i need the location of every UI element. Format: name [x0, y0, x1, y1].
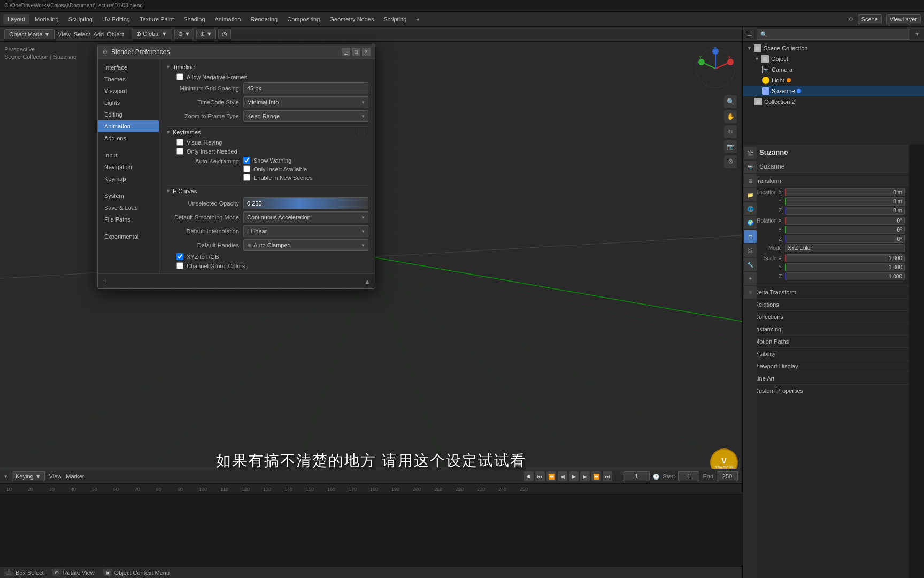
visual-keying-checkbox[interactable]: [176, 139, 183, 146]
menu-shading[interactable]: Shading: [179, 14, 209, 24]
dialog-maximize[interactable]: □: [352, 48, 360, 56]
engine-icon[interactable]: ⚙: [849, 16, 853, 22]
scroll-up-button[interactable]: ▲: [364, 278, 371, 285]
sidebar-item-viewport[interactable]: Viewport: [98, 85, 159, 97]
instancing-section[interactable]: ▶ Instancing: [742, 323, 909, 335]
tree-light[interactable]: Light: [743, 75, 924, 86]
timeline-tracks[interactable]: [0, 495, 742, 566]
keyframes-section-header[interactable]: ▼ Keyframes ⋮⋮: [166, 129, 368, 135]
props-tab-scene2[interactable]: 🌐: [744, 202, 757, 215]
playback-prev-keyframe-btn[interactable]: ◀: [558, 471, 567, 481]
menu-texture-paint[interactable]: Texture Paint: [135, 14, 178, 24]
rotation-z-field[interactable]: 0°: [785, 235, 905, 243]
custom-properties-section[interactable]: ▶ Custom Properties: [742, 384, 909, 397]
timeline-section-header[interactable]: ▼ Timeline: [166, 64, 368, 70]
relations-section[interactable]: ▶ Relations: [742, 298, 909, 310]
sidebar-item-interface[interactable]: Interface: [98, 62, 159, 73]
header-view[interactable]: View: [58, 31, 71, 37]
sidebar-item-input[interactable]: Input: [98, 149, 159, 161]
playback-next-keyframe-btn[interactable]: ▶: [580, 471, 590, 481]
sidebar-item-navigation[interactable]: Navigation: [98, 161, 159, 173]
unselected-opacity-slider[interactable]: 0.250: [243, 197, 368, 209]
props-tab-modifier[interactable]: 🔧: [744, 258, 757, 271]
sidebar-item-lights[interactable]: Lights: [98, 97, 159, 109]
props-tab-world[interactable]: 🌍: [744, 216, 757, 229]
menu-geometry-nodes[interactable]: Geometry Nodes: [325, 14, 378, 24]
props-tab-render[interactable]: 📷: [744, 161, 757, 173]
props-tab-output[interactable]: 🖥: [744, 174, 757, 187]
tree-scene-collection[interactable]: ▼ ▦ Scene Collection: [743, 43, 924, 54]
tree-camera[interactable]: 📷 Camera: [743, 64, 924, 75]
timecode-select[interactable]: Minimal Info ▼: [243, 96, 368, 108]
current-frame-field[interactable]: 1: [623, 471, 650, 481]
menu-uv-editing[interactable]: UV Editing: [98, 14, 134, 24]
zoom-in-icon[interactable]: 🔍: [724, 95, 737, 108]
rotate-icon[interactable]: ↻: [724, 125, 737, 138]
hamburger-menu[interactable]: ≡: [102, 277, 106, 286]
menu-rendering[interactable]: Rendering: [246, 14, 282, 24]
min-grid-value[interactable]: 45 px: [243, 82, 368, 94]
fcurves-section-header[interactable]: ▼ F-Curves: [166, 188, 368, 194]
scale-y-field[interactable]: 1.000: [785, 263, 905, 271]
playback-record-btn[interactable]: ⏺: [524, 471, 534, 481]
motion-paths-section[interactable]: ▶ Motion Paths: [742, 335, 909, 347]
visibility-section[interactable]: ▶ Visibility: [742, 347, 909, 360]
add-workspace-button[interactable]: +: [412, 14, 424, 24]
dialog-close[interactable]: ×: [362, 48, 371, 56]
sidebar-item-animation[interactable]: Animation: [98, 120, 159, 132]
menu-animation[interactable]: Animation: [211, 14, 245, 24]
sidebar-item-keymap[interactable]: Keymap: [98, 173, 159, 185]
proportional-button[interactable]: ◎: [218, 29, 231, 39]
view-settings-icon[interactable]: ⚙: [724, 155, 737, 168]
header-object[interactable]: Object: [107, 31, 124, 37]
tree-object[interactable]: ▼ ▦ Object: [743, 54, 924, 64]
viewport-display-section[interactable]: ▶ Viewport Display: [742, 360, 909, 372]
playback-next-frame-btn[interactable]: ⏩: [591, 471, 601, 481]
playback-play-btn[interactable]: ▶: [569, 471, 579, 481]
playback-prev-frame-btn[interactable]: ⏪: [546, 471, 556, 481]
move-icon[interactable]: ✋: [724, 110, 737, 123]
scale-z-field[interactable]: 1.000: [785, 272, 905, 280]
header-select[interactable]: Select: [74, 31, 90, 37]
transform-header[interactable]: ▼ Transform: [742, 176, 909, 186]
sidebar-item-experimental[interactable]: Experimental: [98, 231, 159, 242]
timeline-keying-label[interactable]: Keying ▼: [12, 471, 45, 481]
pivot-button[interactable]: ⊙ ▼: [174, 29, 194, 39]
props-tab-scene[interactable]: 🎬: [744, 147, 757, 159]
zoom-frame-select[interactable]: Keep Range ▼: [243, 110, 368, 122]
line-art-section[interactable]: ▶ Line Art: [742, 372, 909, 384]
playback-jump-start-btn[interactable]: ⏮: [535, 471, 545, 481]
menu-sculpting[interactable]: Sculpting: [64, 14, 97, 24]
context-menu-key[interactable]: ▣: [103, 569, 112, 576]
outliner-search[interactable]: [757, 29, 910, 40]
sidebar-item-themes[interactable]: Themes: [98, 73, 159, 85]
only-insert-needed-checkbox[interactable]: [176, 148, 183, 155]
end-frame-field[interactable]: 250: [717, 471, 738, 481]
timeline-marker-label[interactable]: Marker: [66, 473, 84, 480]
global-button[interactable]: ⊕ Global ▼: [132, 29, 172, 39]
mode-selector[interactable]: Object Mode ▼: [4, 29, 55, 39]
outliner-filter-icon[interactable]: ▼: [914, 31, 920, 37]
start-frame-field[interactable]: 1: [678, 471, 699, 481]
props-tab-constraint[interactable]: ⛓: [744, 244, 757, 257]
sidebar-item-addons[interactable]: Add-ons: [98, 132, 159, 144]
scale-x-field[interactable]: 1.000: [785, 254, 905, 262]
mode-field[interactable]: XYZ Euler: [785, 244, 905, 252]
interpolation-select[interactable]: / Linear ▼: [243, 225, 368, 237]
props-tab-particles[interactable]: ✦: [744, 272, 757, 285]
viewlayer-select[interactable]: ViewLayer: [886, 14, 921, 24]
box-select-key[interactable]: ⬚: [4, 569, 13, 576]
menu-layout[interactable]: Layout: [3, 14, 29, 24]
allow-negative-frames-checkbox[interactable]: [176, 73, 183, 80]
rotation-x-field[interactable]: 0°: [785, 217, 905, 225]
rotation-y-field[interactable]: 0°: [785, 226, 905, 234]
sidebar-item-system[interactable]: System: [98, 190, 159, 202]
location-y-field[interactable]: 0 m: [785, 197, 905, 206]
gizmo[interactable]: X Y Z: [694, 47, 737, 90]
timeline-playback-label[interactable]: ▾: [4, 473, 7, 480]
handles-select[interactable]: ⊕ Auto Clamped ▼: [243, 239, 368, 251]
props-tab-view-layer[interactable]: 📁: [744, 188, 757, 201]
xyz-rgb-checkbox[interactable]: [176, 253, 183, 260]
scene-select[interactable]: Scene: [858, 14, 882, 24]
props-tab-physics[interactable]: ⚛: [744, 286, 757, 299]
